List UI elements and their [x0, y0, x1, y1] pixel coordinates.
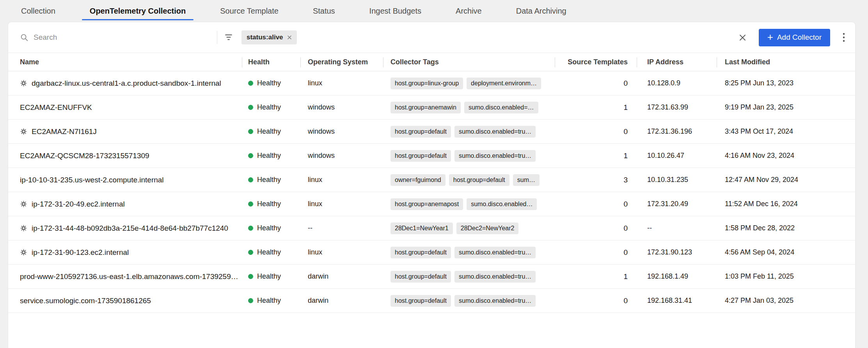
health-dot [248, 298, 253, 303]
collector-name: EC2AMAZ-ENUFFVK [20, 103, 92, 112]
tab-ingest-budgets[interactable]: Ingest Budgets [362, 0, 429, 22]
os-cell: windows [301, 103, 383, 111]
health-label: Healthy [257, 103, 281, 111]
collector-name-cell: EC2AMAZ-QCSCM28-1732315571309 [8, 152, 242, 160]
collector-tag: sumo.disco.enabled=tru… [454, 271, 536, 283]
column-header-health[interactable]: Health [242, 53, 301, 71]
column-header-name[interactable]: Name [8, 53, 242, 71]
collector-tag: owner=fguimond [391, 174, 446, 186]
collector-tag: sumo.disco.enabled… [467, 198, 537, 210]
last-modified-cell: 1:58 PM Dec 28, 2022 [717, 224, 855, 232]
collector-tag: host.group=anemapost [391, 198, 463, 210]
health-label: Healthy [257, 272, 281, 281]
table-row[interactable]: ip-172-31-44-48-b092db3a-215e-414d-8e64-… [8, 216, 855, 240]
source-templates-cell: 1 [555, 103, 637, 112]
search-input[interactable] [34, 33, 201, 42]
source-templates-cell: 0 [555, 224, 637, 233]
more-options-icon[interactable] [843, 32, 845, 42]
toolbar-divider [217, 31, 217, 44]
tab-data-archiving[interactable]: Data Archiving [508, 0, 574, 22]
table-row[interactable]: dgarbacz-linux.us-central1-a.c.product-s… [8, 71, 855, 95]
health-cell: Healthy [242, 224, 301, 232]
plus-icon: + [767, 32, 773, 42]
ip-address-cell: 172.31.63.99 [637, 103, 717, 111]
filter-chip-status-alive[interactable]: status:alive [241, 30, 297, 44]
column-header-operating-system[interactable]: Operating System [301, 53, 383, 71]
collector-name-cell: ip-172-31-90-123.ec2.internal [8, 248, 242, 257]
last-modified-cell: 11:52 AM Dec 16, 2024 [717, 200, 855, 208]
tab-archive[interactable]: Archive [448, 0, 490, 22]
collector-tag: host.group=anemawin [391, 102, 461, 113]
collector-name: EC2AMAZ-QCSCM28-1732315571309 [20, 152, 149, 160]
search-box[interactable] [20, 33, 217, 42]
tab-source-template[interactable]: Source Template [212, 0, 286, 22]
collector-tag: deployment.environm… [467, 78, 541, 89]
otel-collector-icon [20, 200, 27, 208]
collector-tag: sumo.disco.enabled=tru… [454, 126, 536, 138]
last-modified-cell: 9:19 PM Jan 23, 2025 [717, 103, 855, 111]
os-cell: linux [301, 200, 383, 208]
column-header-last-modified[interactable]: Last Modified [717, 53, 855, 71]
collector-name: ip-172-31-20-49.ec2.internal [32, 200, 125, 208]
table-row[interactable]: service.sumologic.com-1735901861265Healt… [8, 289, 855, 313]
collector-tag: host.group=linux-group [391, 78, 463, 89]
otel-collector-icon [20, 224, 27, 232]
column-header-collector-tags[interactable]: Collector Tags [383, 53, 555, 71]
os-cell: linux [301, 248, 383, 256]
os-cell: windows [301, 152, 383, 160]
collector-tag: sumo.disco.enabled=tru… [454, 247, 536, 258]
tags-cell: host.group=defaultsumo.disco.enabled=tru… [383, 126, 555, 138]
collector-name-cell: ip-172-31-44-48-b092db3a-215e-414d-8e64-… [8, 224, 242, 233]
health-cell: Healthy [242, 272, 301, 281]
tags-cell: host.group=defaultsumo.disco.enabled=tru… [383, 295, 555, 307]
last-modified-cell: 1:03 PM Feb 11, 2025 [717, 272, 855, 281]
health-dot [248, 153, 253, 158]
otel-collector-icon [20, 128, 27, 135]
tab-collection[interactable]: Collection [13, 0, 63, 22]
health-dot [248, 81, 253, 86]
search-icon [20, 33, 28, 42]
os-cell: windows [301, 127, 383, 136]
table-row[interactable]: prod-www-2105927136.us-east-1.elb.amazon… [8, 265, 855, 289]
ip-address-cell: 172.31.90.123 [637, 248, 717, 256]
add-collector-button[interactable]: + Add Collector [759, 29, 830, 46]
collector-tag: host.group=default [449, 174, 509, 186]
health-cell: Healthy [242, 127, 301, 136]
filter-icon[interactable] [224, 33, 233, 42]
table-row[interactable]: ip-10-10-31-235.us-west-2.compute.intern… [8, 168, 855, 192]
health-label: Healthy [257, 127, 281, 136]
collector-tag: host.group=default [391, 247, 451, 258]
toolbar: status:alive + Add Collector [8, 22, 855, 53]
filter-chip-label: status:alive [247, 34, 283, 41]
otel-collector-icon [20, 79, 27, 87]
collector-name: prod-www-2105927136.us-east-1.elb.amazon… [20, 272, 242, 281]
table-row[interactable]: ip-172-31-90-123.ec2.internalHealthylinu… [8, 240, 855, 265]
tab-opentelemetry-collection[interactable]: OpenTelemetry Collection [82, 0, 193, 22]
tab-status[interactable]: Status [305, 0, 343, 22]
last-modified-cell: 4:56 AM Sep 04, 2024 [717, 248, 855, 256]
table-row[interactable]: EC2AMAZ-ENUFFVKHealthywindowshost.group=… [8, 95, 855, 120]
collector-tag: sumo.disco.enabled=tru… [454, 150, 536, 162]
health-label: Healthy [257, 248, 281, 256]
clear-filters-icon[interactable] [739, 34, 746, 41]
collectors-panel: status:alive + Add Collector NameHealthO… [8, 22, 855, 348]
health-dot [248, 129, 253, 134]
collector-tag: sum… [513, 174, 540, 186]
source-templates-cell: 0 [555, 248, 637, 257]
otel-collector-icon [20, 249, 27, 256]
table-row[interactable]: EC2AMAZ-QCSCM28-1732315571309Healthywind… [8, 144, 855, 168]
collector-tag: sumo.disco.enabled=… [464, 102, 538, 113]
table-row[interactable]: ip-172-31-20-49.ec2.internalHealthylinux… [8, 192, 855, 216]
ip-address-cell: 10.10.31.235 [637, 176, 717, 184]
ip-address-cell: 10.10.26.47 [637, 152, 717, 160]
tags-cell: 28Dec1=NewYear128Dec2=NewYear2 [383, 223, 555, 234]
column-header-ip-address[interactable]: IP Address [637, 53, 717, 71]
tags-cell: host.group=linux-groupdeployment.environ… [383, 78, 555, 89]
table-row[interactable]: EC2AMAZ-N7I161JHealthywindowshost.group=… [8, 120, 855, 144]
collector-name-cell: prod-www-2105927136.us-east-1.elb.amazon… [8, 272, 242, 281]
chip-remove-icon[interactable] [287, 35, 292, 40]
collector-tag: sumo.disco.enabled=tru… [454, 295, 536, 307]
column-header-source-templates[interactable]: Source Templates [555, 53, 637, 71]
os-cell: -- [301, 224, 383, 232]
health-dot [248, 177, 253, 182]
